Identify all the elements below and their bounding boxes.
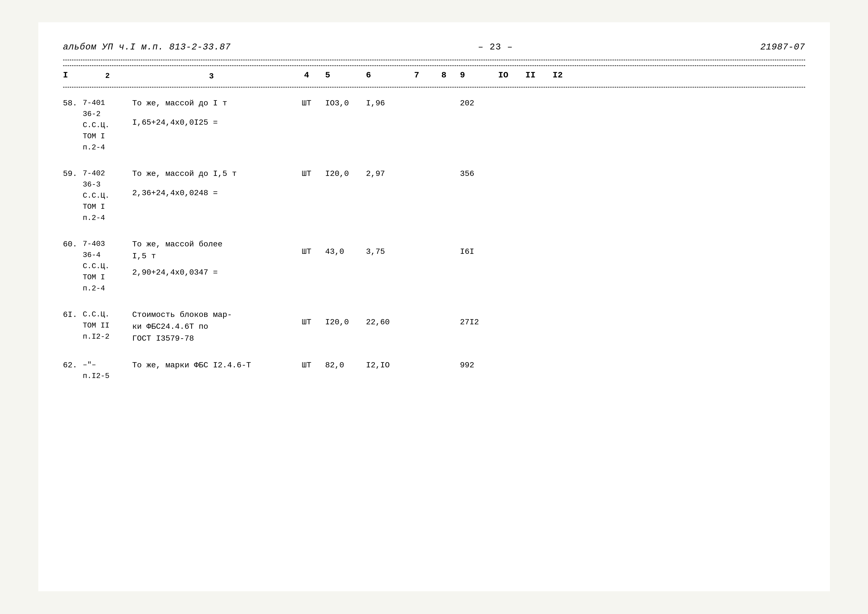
- entry-61-col10: [490, 309, 517, 344]
- entry-58-unit: ШТ: [291, 98, 323, 153]
- table-row: 58. 7-401 36-2 С.С.Ц. ТОМ I п.2-4 То же,…: [63, 98, 805, 153]
- entry-58-code: 7-401 36-2 С.С.Ц. ТОМ I п.2-4: [83, 98, 132, 153]
- entry-62-num: 62.: [63, 360, 83, 382]
- entry-60-col11: [517, 239, 544, 294]
- entry-61-col7: [403, 309, 431, 344]
- entry-62-code-1: –"–: [83, 360, 132, 371]
- col-header-10: IO: [490, 70, 517, 82]
- entry-61-code-2: ТОМ II: [83, 320, 132, 331]
- entry-61-num: 6I.: [63, 309, 83, 344]
- entry-59-num: 59.: [63, 168, 83, 223]
- col-header-12: I2: [544, 70, 571, 82]
- entry-60-code-5: п.2-4: [83, 283, 132, 294]
- entry-62-col7: [403, 360, 431, 382]
- entry-60-col12: [544, 239, 571, 294]
- entry-60-col5: 43,0: [323, 239, 364, 294]
- entry-61-desc-2: ки ФБС24.4.6Т по: [132, 321, 291, 333]
- entry-58-col5: IO3,0: [323, 98, 364, 153]
- entry-60-code-3: С.С.Ц.: [83, 261, 132, 272]
- header-center: – 23 –: [478, 42, 513, 52]
- entry-58-col10: [490, 98, 517, 153]
- entry-60-col6: 3,75: [364, 239, 403, 294]
- entry-58-col12: [544, 98, 571, 153]
- entry-62-col12: [544, 360, 571, 382]
- entry-60-col8: [431, 239, 457, 294]
- entry-58-code-3: С.С.Ц.: [83, 120, 132, 131]
- entry-61-unit: ШТ: [291, 309, 323, 344]
- col-header-3: 3: [132, 70, 291, 82]
- entry-62-code: –"– п.I2-5: [83, 360, 132, 382]
- col-header-8: 8: [431, 70, 457, 82]
- table-row: 6I. С.С.Ц. ТОМ II п.I2-2 Стоимость блоко…: [63, 309, 805, 344]
- entry-61-col8: [431, 309, 457, 344]
- entry-58-code-2: 36-2: [83, 109, 132, 120]
- entry-59-code-2: 36-3: [83, 179, 132, 190]
- entry-60-col7: [403, 239, 431, 294]
- entry-58-num: 58.: [63, 98, 83, 153]
- entry-60-desc-2: I,5 т: [132, 250, 291, 262]
- entry-59-desc-1: То же, массой до I,5 т: [132, 168, 291, 180]
- entry-60-formula: 2,90+24,4x0,0347 =: [132, 267, 291, 279]
- entry-60-code-1: 7-403: [83, 239, 132, 250]
- table-row: 59. 7-402 36-3 С.С.Ц. ТОМ I п.2-4 То же,…: [63, 168, 805, 223]
- header-right: 21987-07: [760, 42, 805, 52]
- entry-62-col10: [490, 360, 517, 382]
- entry-58-col8: [431, 98, 457, 153]
- entry-58-code-1: 7-401: [83, 98, 132, 109]
- entry-61-desc-1: Стоимость блоков мар-: [132, 309, 291, 321]
- entry-60-desc: То же, массой более I,5 т 2,90+24,4x0,03…: [132, 239, 291, 294]
- entry-61-code-3: п.I2-2: [83, 331, 132, 343]
- entry-59-col12: [544, 168, 571, 223]
- entry-61-col5: I20,0: [323, 309, 364, 344]
- entry-61-desc-3: ГОСТ I3579-78: [132, 333, 291, 344]
- page: альбом УП ч.I м.п. 813-2-33.87 – 23 – 21…: [38, 22, 830, 591]
- entry-60-desc-1: То же, массой более: [132, 239, 291, 250]
- header-divider: [63, 60, 805, 60]
- entry-62-col5: 82,0: [323, 360, 364, 382]
- column-header-row: I 2 3 4 5 6 7 8 9 IO II I2: [63, 65, 805, 88]
- col-header-5: 5: [323, 70, 364, 82]
- entry-61-col11: [517, 309, 544, 344]
- entry-62-desc-1: То же, марки ФБС I2.4.6-Т: [132, 360, 291, 371]
- entry-61-col12: [544, 309, 571, 344]
- table-row: 62. –"– п.I2-5 То же, марки ФБС I2.4.6-Т…: [63, 360, 805, 382]
- table-row: 60. 7-403 36-4 С.С.Ц. ТОМ I п.2-4 То же,…: [63, 239, 805, 294]
- entry-60-code: 7-403 36-4 С.С.Ц. ТОМ I п.2-4: [83, 239, 132, 294]
- col-header-2: 2: [83, 70, 132, 82]
- col-header-7: 7: [403, 70, 431, 82]
- entry-59-formula: 2,36+24,4x0,0248 =: [132, 187, 291, 199]
- entry-62-code-2: п.I2-5: [83, 371, 132, 382]
- entry-60-code-4: ТОМ I: [83, 272, 132, 283]
- entry-58-formula: I,65+24,4x0,0I25 =: [132, 117, 291, 129]
- entry-60-num: 60.: [63, 239, 83, 294]
- entry-61-col6: 22,60: [364, 309, 403, 344]
- entry-62-unit: ШТ: [291, 360, 323, 382]
- entry-58-col6: I,96: [364, 98, 403, 153]
- page-header: альбом УП ч.I м.п. 813-2-33.87 – 23 – 21…: [63, 42, 805, 52]
- entry-60-code-2: 36-4: [83, 250, 132, 261]
- entry-59-col11: [517, 168, 544, 223]
- entry-62-col9: 992: [457, 360, 490, 382]
- table-body: 58. 7-401 36-2 С.С.Ц. ТОМ I п.2-4 То же,…: [63, 98, 805, 382]
- col-header-4: 4: [291, 70, 323, 82]
- entry-58-col7: [403, 98, 431, 153]
- entry-58-col9: 202: [457, 98, 490, 153]
- entry-58-code-5: п.2-4: [83, 142, 132, 153]
- entry-59-code-1: 7-402: [83, 168, 132, 179]
- entry-58-col11: [517, 98, 544, 153]
- entry-62-desc: То же, марки ФБС I2.4.6-Т: [132, 360, 291, 382]
- entry-59-code-4: ТОМ I: [83, 202, 132, 212]
- entry-58-code-4: ТОМ I: [83, 131, 132, 142]
- entry-59-unit: ШТ: [291, 168, 323, 223]
- entry-59-col10: [490, 168, 517, 223]
- entry-60-unit: ШТ: [291, 239, 323, 294]
- col-header-11: II: [517, 70, 544, 82]
- entry-59-code-5: п.2-4: [83, 212, 132, 223]
- entry-59-col6: 2,97: [364, 168, 403, 223]
- entry-58-desc: То же, массой до I т I,65+24,4x0,0I25 =: [132, 98, 291, 153]
- entry-59-col8: [431, 168, 457, 223]
- entry-61-col9: 27I2: [457, 309, 490, 344]
- entry-59-code: 7-402 36-3 С.С.Ц. ТОМ I п.2-4: [83, 168, 132, 223]
- col-header-1: I: [63, 70, 83, 82]
- entry-58-desc-1: То же, массой до I т: [132, 98, 291, 109]
